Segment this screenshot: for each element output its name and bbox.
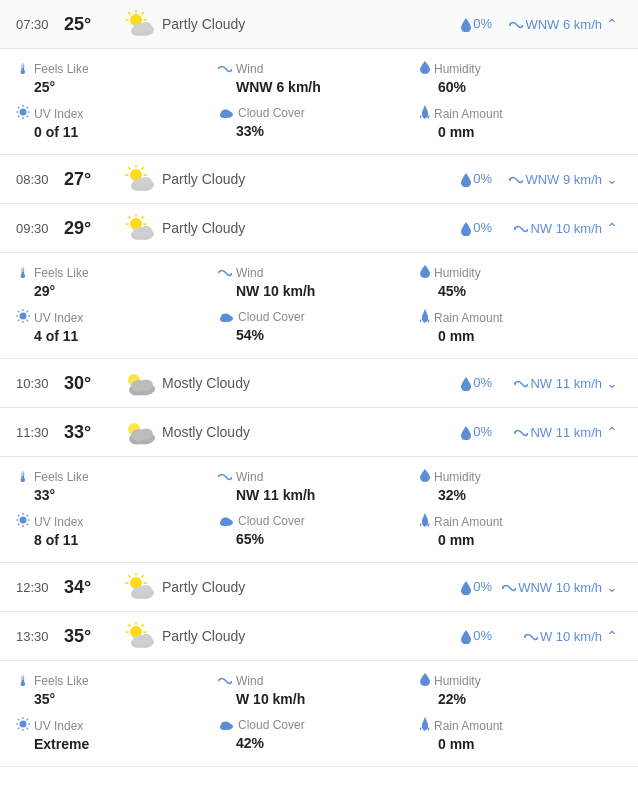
svg-line-84 xyxy=(27,524,28,525)
feels-like-value: 35° xyxy=(34,691,218,707)
uv-value: 0 of 11 xyxy=(34,124,218,140)
cloud-cover-label: Cloud Cover xyxy=(218,513,420,529)
humidity-value: 45% xyxy=(438,283,622,299)
wind-label: NW 11 km/h xyxy=(492,425,602,440)
svg-line-123 xyxy=(27,728,28,729)
detail-panel: 🌡 Feels Like 29° Wind NW 10 km/h xyxy=(0,253,638,359)
svg-point-70 xyxy=(139,380,153,391)
svg-line-131 xyxy=(428,728,429,730)
svg-line-107 xyxy=(142,625,144,627)
rain-percent: 0% xyxy=(438,375,492,391)
svg-line-86 xyxy=(18,524,19,525)
uv-label: UV Index xyxy=(16,717,218,734)
humidity-icon xyxy=(420,469,430,485)
time-label: 07:30 xyxy=(16,17,64,32)
time-label: 08:30 xyxy=(16,172,64,187)
svg-line-124 xyxy=(27,719,28,720)
svg-point-23 xyxy=(221,110,230,117)
humidity-icon xyxy=(420,265,430,281)
detail-panel: 🌡 Feels Like 35° Wind W 10 km/h xyxy=(0,661,638,767)
wind-icon xyxy=(218,673,232,689)
svg-line-44 xyxy=(129,217,131,219)
svg-point-51 xyxy=(20,313,27,320)
condition-label: Partly Cloudy xyxy=(162,579,438,595)
temperature: 35° xyxy=(64,626,118,647)
expand-icon[interactable]: ⌃ xyxy=(602,628,622,644)
weather-row[interactable]: 08:30 27° Partly Cloudy 0% WNW 9 km/h ⌄ xyxy=(0,155,638,204)
svg-line-125 xyxy=(18,728,19,729)
rain-percent: 0% xyxy=(438,171,492,187)
humidity-value: 60% xyxy=(438,79,622,95)
svg-line-65 xyxy=(428,320,429,322)
humidity-value: 22% xyxy=(438,691,622,707)
rain-icon xyxy=(420,513,430,530)
svg-line-17 xyxy=(18,107,19,108)
wind-icon xyxy=(218,265,232,281)
svg-point-12 xyxy=(20,109,27,116)
cloud-cover-item: Cloud Cover 33% xyxy=(218,105,420,140)
humidity-item: Humidity 60% xyxy=(420,61,622,95)
weather-row[interactable]: 13:30 35° Partly Cloudy 0% W 10 km/h ⌃ xyxy=(0,612,638,661)
svg-line-83 xyxy=(18,515,19,516)
uv-label: UV Index xyxy=(16,105,218,122)
svg-point-117 xyxy=(20,721,27,728)
humidity-icon xyxy=(420,673,430,689)
svg-line-18 xyxy=(27,116,28,117)
cloud-cover-item: Cloud Cover 65% xyxy=(218,513,420,548)
svg-line-110 xyxy=(129,625,131,627)
feels-like-item: 🌡 Feels Like 25° xyxy=(16,61,218,95)
time-label: 13:30 xyxy=(16,629,64,644)
rain-amount-item: Rain Amount 0 mm xyxy=(420,717,622,752)
svg-point-62 xyxy=(221,314,230,321)
wind-icon xyxy=(218,61,232,77)
svg-point-78 xyxy=(20,517,27,524)
temperature: 29° xyxy=(64,218,118,239)
svg-line-59 xyxy=(18,320,19,321)
wind-detail-label: Wind xyxy=(218,61,420,77)
uv-icon xyxy=(16,105,30,122)
svg-point-49 xyxy=(140,226,152,236)
uv-value: Extreme xyxy=(34,736,218,752)
wind-label: W 10 km/h xyxy=(492,629,602,644)
temperature: 30° xyxy=(64,373,118,394)
svg-point-103 xyxy=(140,585,152,595)
weather-row[interactable]: 11:30 33° Mostly Cloudy 0% NW 11 km/h ⌃ xyxy=(0,408,638,457)
rain-amount-item: Rain Amount 0 mm xyxy=(420,309,622,344)
uv-label: UV Index xyxy=(16,309,218,326)
rain-icon xyxy=(420,309,430,326)
svg-line-20 xyxy=(18,116,19,117)
uv-item: UV Index 0 of 11 xyxy=(16,105,218,140)
weather-row[interactable]: 10:30 30° Mostly Cloudy 0% NW 11 km/h ⌄ xyxy=(0,359,638,408)
rain-icon xyxy=(420,105,430,122)
uv-icon xyxy=(16,309,30,326)
expand-icon[interactable]: ⌃ xyxy=(602,220,622,236)
svg-line-5 xyxy=(129,13,131,15)
time-label: 11:30 xyxy=(16,425,64,440)
wind-label: WNW 6 km/h xyxy=(492,17,602,32)
uv-item: UV Index 4 of 11 xyxy=(16,309,218,344)
expand-icon[interactable]: ⌃ xyxy=(602,424,622,440)
weather-row[interactable]: 09:30 29° Partly Cloudy 0% NW 10 km/h ⌃ xyxy=(0,204,638,253)
rain-percent: 0% xyxy=(438,424,492,440)
humidity-item: Humidity 22% xyxy=(420,673,622,707)
wind-icon xyxy=(218,469,232,485)
expand-icon[interactable]: ⌄ xyxy=(602,171,622,187)
expand-icon[interactable]: ⌄ xyxy=(602,375,622,391)
feels-like-label: 🌡 Feels Like xyxy=(16,265,218,281)
wind-label: NW 11 km/h xyxy=(492,376,602,391)
expand-icon[interactable]: ⌃ xyxy=(602,16,622,32)
humidity-label: Humidity xyxy=(420,673,622,689)
weather-row[interactable]: 12:30 34° Partly Cloudy 0% WNW 10 km/h ⌄ xyxy=(0,563,638,612)
expand-icon[interactable]: ⌄ xyxy=(602,579,622,595)
cloud-cover-item: Cloud Cover 42% xyxy=(218,717,420,752)
svg-line-85 xyxy=(27,515,28,516)
rain-percent: 0% xyxy=(438,220,492,236)
svg-line-57 xyxy=(27,320,28,321)
temperature: 34° xyxy=(64,577,118,598)
temperature: 27° xyxy=(64,169,118,190)
detail-panel: 🌡 Feels Like 25° Wind WNW 6 km/h xyxy=(0,49,638,155)
svg-point-89 xyxy=(221,518,230,525)
weather-row[interactable]: 07:30 25° Partly Cloudy 0% WNW 6 km/h ⌃ xyxy=(0,0,638,49)
feels-like-item: 🌡 Feels Like 29° xyxy=(16,265,218,299)
wind-value: WNW 6 km/h xyxy=(236,79,420,95)
